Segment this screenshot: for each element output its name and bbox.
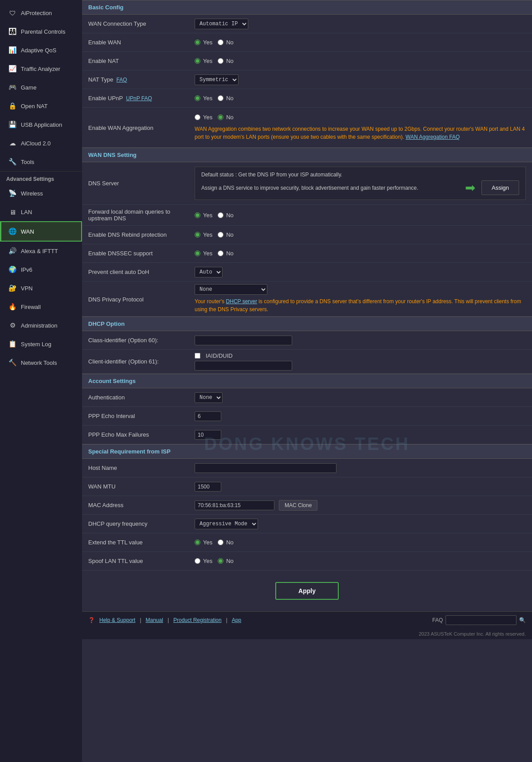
enable-upnp-no-radio[interactable] <box>218 95 223 101</box>
nat-type-faq-link[interactable]: FAQ <box>117 77 127 83</box>
dnssec-yes[interactable]: Yes <box>195 250 212 257</box>
dns-privacy-select[interactable]: None DNS-over-TLS (DoT) <box>195 284 267 295</box>
sidebar-item-adaptive-qos[interactable]: 📊Adaptive QoS <box>0 41 82 59</box>
dhcp-query-row: DHCP query frequency Aggressive Mode Nor… <box>82 515 532 533</box>
wan-agg-no[interactable]: No <box>218 114 234 121</box>
host-name-row: Host Name <box>82 459 532 477</box>
search-icon[interactable]: 🔍 <box>519 617 526 623</box>
forward-dns-yes[interactable]: Yes <box>195 212 212 219</box>
sidebar-item-game[interactable]: 🎮Game <box>0 78 82 97</box>
dns-box: Default status : Get the DNS IP from you… <box>195 167 526 200</box>
app-link[interactable]: App <box>232 617 241 623</box>
special-req-header: Special Requirement from ISP <box>82 444 532 459</box>
spoof-ttl-yes-radio[interactable] <box>195 558 200 564</box>
sidebar-item-wan[interactable]: 🌐WAN <box>0 221 82 242</box>
extend-ttl-yes-radio[interactable] <box>195 539 200 545</box>
sidebar-item-administration[interactable]: ⚙Administration <box>0 316 82 335</box>
dnssec-yes-radio[interactable] <box>195 250 200 256</box>
help-support-link[interactable]: Help & Support <box>99 617 135 623</box>
dnssec-no[interactable]: No <box>218 250 234 257</box>
enable-nat-no-radio[interactable] <box>218 58 223 64</box>
dns-rebind-no[interactable]: No <box>218 231 234 238</box>
sidebar-item-tools[interactable]: 🔧Tools <box>0 152 82 171</box>
nat-type-select[interactable]: Symmetric Full Cone <box>195 74 239 85</box>
enable-nat-yes-radio[interactable] <box>195 58 200 64</box>
dnssec-no-radio[interactable] <box>218 250 223 256</box>
wan-aggregation-faq-link[interactable]: WAN Aggregation FAQ <box>406 134 460 140</box>
sidebar-item-vpn[interactable]: 🔐VPN <box>0 279 82 297</box>
mac-address-input[interactable] <box>195 500 274 510</box>
enable-wan-radio-group: Yes No <box>195 39 234 46</box>
sidebar-item-usb-application[interactable]: 💾USB Application <box>0 115 82 134</box>
dns-rebind-yes-radio[interactable] <box>195 232 200 238</box>
sidebar-item-wireless[interactable]: 📡Wireless <box>0 184 82 203</box>
iaid-checkbox[interactable] <box>195 353 200 359</box>
dns-rebind-no-radio[interactable] <box>218 232 223 238</box>
auth-select[interactable]: None PAP CHAP <box>195 392 223 403</box>
spoof-ttl-no-radio[interactable] <box>218 558 223 564</box>
dns-rebind-value: Yes No <box>188 229 532 241</box>
enable-nat-yes[interactable]: Yes <box>195 58 212 64</box>
wan-agg-yes[interactable]: Yes <box>195 114 212 121</box>
enable-nat-no[interactable]: No <box>218 58 234 64</box>
extend-ttl-no-radio[interactable] <box>218 539 223 545</box>
prevent-doh-row: Prevent client auto DoH Auto Off <box>82 263 532 281</box>
ppp-echo-max-input[interactable] <box>195 430 221 440</box>
sidebar-item-label: Alexa & IFTTT <box>21 248 58 254</box>
dhcp-query-select[interactable]: Aggressive Mode Normal Mode <box>195 519 258 529</box>
assign-button[interactable]: Assign <box>481 180 519 195</box>
sidebar-item-aiprotection[interactable]: 🛡AiProtection <box>0 4 82 22</box>
extend-ttl-no[interactable]: No <box>218 539 234 546</box>
sidebar-item-lan[interactable]: 🖥LAN <box>0 203 82 221</box>
dns-rebind-yes[interactable]: Yes <box>195 231 212 238</box>
class-id-input[interactable] <box>195 336 292 345</box>
ppp-echo-interval-input[interactable] <box>195 411 221 421</box>
wan-connection-type-select[interactable]: Automatic IP PPPoE Static IP <box>195 19 248 29</box>
mac-address-label: MAC Address <box>82 496 188 514</box>
dhcp-server-link[interactable]: DHCP server <box>226 298 257 305</box>
enable-wan-no-radio[interactable] <box>218 39 223 45</box>
sidebar-item-firewall[interactable]: 🔥Firewall <box>0 297 82 316</box>
enable-wan-yes-radio[interactable] <box>195 39 200 45</box>
wan-agg-no-radio[interactable] <box>218 114 223 120</box>
prevent-doh-select[interactable]: Auto Off <box>195 267 223 277</box>
upnp-faq-link[interactable]: UPnP FAQ <box>126 95 152 102</box>
extend-ttl-yes[interactable]: Yes <box>195 539 212 546</box>
enable-upnp-no[interactable]: No <box>218 95 234 102</box>
main-content: Basic Config WAN Connection Type Automat… <box>82 0 532 762</box>
client-id-input[interactable] <box>195 361 292 371</box>
wan-agg-yes-radio[interactable] <box>195 114 200 120</box>
sidebar-item-parental-controls[interactable]: 👨‍👩‍👧Parental Controls <box>0 22 82 41</box>
forward-dns-yes-radio[interactable] <box>195 212 200 218</box>
wan-mtu-input[interactable] <box>195 482 221 492</box>
sidebar-item-ipv6[interactable]: 🌍IPv6 <box>0 260 82 279</box>
enable-wan-yes[interactable]: Yes <box>195 39 212 46</box>
sidebar-item-network-tools[interactable]: 🔨Network Tools <box>0 353 82 372</box>
mac-clone-button[interactable]: MAC Clone <box>279 500 317 511</box>
apply-button[interactable]: Apply <box>275 582 339 600</box>
sidebar-item-traffic-analyzer[interactable]: 📈Traffic Analyzer <box>0 59 82 78</box>
sidebar-item-aicloud[interactable]: ☁AiCloud 2.0 <box>0 134 82 152</box>
auth-label: Authentication <box>82 388 188 406</box>
sidebar-item-alexa[interactable]: 🔊Alexa & IFTTT <box>0 242 82 260</box>
faq-search-input[interactable] <box>446 615 516 625</box>
wan-connection-type-label: WAN Connection Type <box>82 15 188 33</box>
nat-type-label: NAT Type FAQ <box>82 70 188 89</box>
forward-dns-no[interactable]: No <box>218 212 234 219</box>
extend-ttl-radio-group: Yes No <box>195 539 234 546</box>
aicloud-icon: ☁ <box>8 138 17 148</box>
sidebar-item-open-nat[interactable]: 🔒Open NAT <box>0 97 82 115</box>
manual-link[interactable]: Manual <box>146 617 163 623</box>
product-reg-link[interactable]: Product Registration <box>173 617 222 623</box>
forward-dns-no-radio[interactable] <box>218 212 223 218</box>
enable-upnp-yes-radio[interactable] <box>195 95 200 101</box>
host-name-input[interactable] <box>195 463 336 473</box>
enable-upnp-yes[interactable]: Yes <box>195 95 212 102</box>
enable-wan-no[interactable]: No <box>218 39 234 46</box>
ppp-echo-interval-label: PPP Echo Interval <box>82 407 188 425</box>
wan-dns-header: WAN DNS Setting <box>82 148 532 162</box>
spoof-ttl-yes[interactable]: Yes <box>195 558 212 564</box>
sidebar-item-system-log[interactable]: 📋System Log <box>0 335 82 353</box>
spoof-ttl-no[interactable]: No <box>218 558 234 564</box>
extend-ttl-value: Yes No <box>188 536 532 548</box>
